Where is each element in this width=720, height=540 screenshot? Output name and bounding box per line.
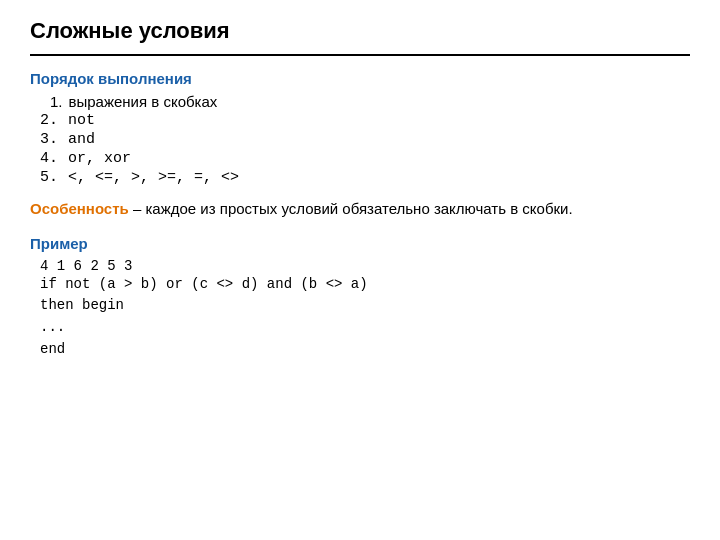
code-text-4: end [40,341,65,357]
order-text-3: and [68,131,95,148]
order-num-5: 5. [40,169,68,186]
feature-text: Особенность – каждое из простых условий … [30,200,573,217]
page-title: Сложные условия [30,18,690,44]
order-item-1: 1. выражения в скобках [50,93,690,110]
order-item-3: 3. and [40,131,690,148]
page-container: Сложные условия Порядок выполнения 1. вы… [0,0,720,380]
order-text-5: <, <=, >, >=, =, <> [68,169,239,186]
number-row-text: 4 1 6 2 5 3 [40,258,132,274]
example-section: Пример 4 1 6 2 5 3 if not (a > b) or (c … [30,235,690,361]
order-heading: Порядок выполнения [30,70,690,87]
feature-section: Особенность – каждое из простых условий … [30,198,690,221]
example-heading: Пример [30,235,690,252]
code-line-4: end [40,339,690,361]
order-item-4: 4. or, xor [40,150,690,167]
order-text-2: not [68,112,95,129]
order-num-2: 2. [40,112,68,129]
code-text-2: then begin [40,297,124,313]
code-text-3: ... [40,319,65,335]
order-item-5: 5. <, <=, >, >=, =, <> [40,169,690,186]
order-num-1: 1. [50,93,63,110]
order-item-2: 2. not [40,112,690,129]
code-line-3: ... [40,317,690,339]
code-text-1: if not (a > b) or (c <> d) and (b <> a) [40,276,368,292]
order-text-4: or, xor [68,150,131,167]
order-num-4: 4. [40,150,68,167]
code-line-2: then begin [40,295,690,317]
code-line-1: if not (a > b) or (c <> d) and (b <> a) [40,274,690,296]
order-num-3: 3. [40,131,68,148]
feature-highlight: Особенность [30,200,129,217]
number-row: 4 1 6 2 5 3 [40,258,690,274]
feature-description: – каждое из простых условий обязательно … [129,200,573,217]
order-section: Порядок выполнения 1. выражения в скобка… [30,70,690,186]
title-divider [30,54,690,56]
order-text-1: выражения в скобках [69,93,218,110]
